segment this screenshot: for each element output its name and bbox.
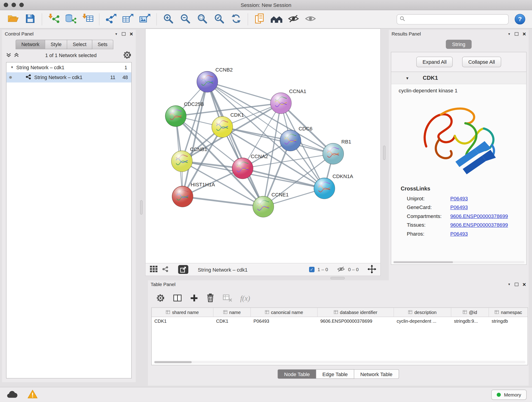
open-session-button[interactable] [5,12,22,27]
open-in-browser-button[interactable] [178,265,188,274]
column-header-name[interactable]: name [213,308,251,317]
network-edge-CCNB2-CCNE1[interactable] [207,82,263,207]
zoom-fit-button[interactable] [194,12,211,27]
network-node-CCNA2[interactable] [232,158,253,179]
export-network-button[interactable] [102,12,119,27]
network-node-CDC6[interactable] [280,130,301,151]
network-node-CCNA1[interactable] [270,93,291,114]
table-cell[interactable]: CDK1 [213,317,251,326]
crosslink-link[interactable]: 9606.ENSP00000378699 [450,213,508,219]
panel-close-icon[interactable]: × [523,31,526,37]
column-header-description[interactable]: description [394,308,451,317]
panel-collapse-icon[interactable]: ▼ [508,32,511,35]
table-row[interactable]: CDK1CDK1P064939606.ENSP00000378699cyclin… [152,317,528,326]
expand-all-icon[interactable] [14,52,19,58]
help-button[interactable]: ? [515,14,525,25]
protein-section-header[interactable]: ▼ CDK1 [391,72,526,84]
results-horizontal-scrollbar[interactable] [393,261,525,263]
tab-node-table[interactable]: Node Table [278,369,316,379]
cloud-button[interactable] [6,389,18,400]
panel-close-icon[interactable]: × [130,31,133,37]
network-edge-CCNB2-HIST1H1A[interactable] [183,82,207,197]
crosslink-link[interactable]: P06493 [450,230,468,236]
panel-float-icon[interactable] [515,32,519,36]
import-network-database-button[interactable] [62,12,79,27]
tab-network-table[interactable]: Network Table [354,369,399,379]
collapse-all-icon[interactable] [6,52,11,58]
tab-style[interactable]: Style [45,40,67,49]
save-session-button[interactable] [22,12,39,27]
network-node-RB1[interactable] [323,143,344,164]
column-header-database-identifier[interactable]: database identifier [317,308,394,317]
zoom-selected-button[interactable] [211,12,228,27]
tab-edge-table[interactable]: Edge Table [316,369,354,379]
warning-button[interactable] [27,389,38,400]
tab-network[interactable]: Network [16,40,45,49]
crosslink-link[interactable]: P06493 [450,204,468,210]
column-header-namespac[interactable]: namespac [489,308,528,317]
network-collection-row[interactable]: ▼ String Network – cdk1 1 [6,62,131,72]
hide-button[interactable] [285,12,302,27]
table-cell[interactable]: stringdb [489,317,528,326]
create-column-button[interactable] [190,294,198,303]
selected-checkbox-icon[interactable]: ✓ [309,267,315,272]
tab-string[interactable]: String [446,40,472,49]
horizontal-splitter-handle[interactable] [330,277,345,279]
import-table-button[interactable] [79,12,96,27]
zoom-in-button[interactable] [160,12,177,27]
table-horizontal-scrollbar[interactable] [154,361,526,364]
table-cell[interactable]: stringdb:9... [451,317,489,326]
gear-icon[interactable] [123,51,132,60]
memory-button[interactable]: Memory [491,389,526,400]
left-splitter-handle[interactable] [140,200,143,215]
network-node-CCNB2[interactable] [197,71,218,92]
panel-collapse-icon[interactable]: ▼ [115,32,118,35]
crosslink-link[interactable]: 9606.ENSP00000378699 [450,222,508,228]
export-table-button[interactable] [119,12,136,27]
scrollbar-thumb[interactable] [154,361,192,363]
show-button[interactable] [302,12,319,27]
network-row-selected[interactable]: String Network – cdk1 11 48 [6,72,131,82]
column-header-shared-name[interactable]: shared name [152,308,214,317]
pan-tool-button[interactable] [367,264,376,274]
table-settings-button[interactable] [156,293,165,303]
close-window-button[interactable] [4,3,8,7]
table-cell[interactable]: CDK1 [152,317,214,326]
refresh-layout-button[interactable] [228,12,245,27]
export-image-button[interactable] [136,12,153,27]
tree-expand-icon[interactable]: ▼ [11,66,13,69]
expand-all-button[interactable]: Expand All [417,57,453,67]
column-header--id[interactable]: @id [451,308,489,317]
network-edge-HIST1H1A-CCNE1[interactable] [183,196,263,206]
network-share-toggle-button[interactable] [162,266,169,274]
tab-select[interactable]: Select [67,40,92,49]
section-expand-icon[interactable]: ▼ [405,76,409,80]
minimize-window-button[interactable] [12,3,16,7]
show-columns-button[interactable] [173,294,182,303]
table-cell[interactable]: 9606.ENSP00000378699 [317,317,394,326]
table-cell[interactable]: P06493 [251,317,317,326]
network-node-CCNB1[interactable] [171,151,192,172]
tab-sets[interactable]: Sets [92,40,113,49]
birdseye-toggle-button[interactable] [150,265,158,274]
zoom-out-button[interactable] [177,12,194,27]
collapse-all-button[interactable]: Collapse All [462,57,501,67]
panel-float-icon[interactable] [515,283,519,286]
panel-close-icon[interactable]: × [523,281,526,287]
network-edge-CDK1-RB1[interactable] [222,127,333,154]
network-node-CCNE1[interactable] [253,196,274,217]
import-network-file-button[interactable] [45,12,62,27]
panel-float-icon[interactable] [122,32,126,36]
network-node-CDKN1A[interactable] [314,178,335,199]
network-node-HIST1H1A[interactable] [172,186,193,207]
network-node-CDK1[interactable] [212,116,233,138]
network-canvas[interactable]: CCNB2CCNA1CDC25BCDK1CDC6RB1CCNB1CCNA2CDK… [146,29,380,263]
table-cell[interactable]: cyclin-dependent ... [394,317,451,326]
home-button[interactable] [268,12,285,27]
network-node-CDC25B[interactable] [165,106,186,127]
right-splitter-handle[interactable] [383,146,385,160]
copy-document-button[interactable] [251,12,268,27]
search-input[interactable] [407,17,505,22]
column-header-canonical-name[interactable]: canonical name [251,308,317,317]
delete-column-button[interactable] [206,293,215,303]
